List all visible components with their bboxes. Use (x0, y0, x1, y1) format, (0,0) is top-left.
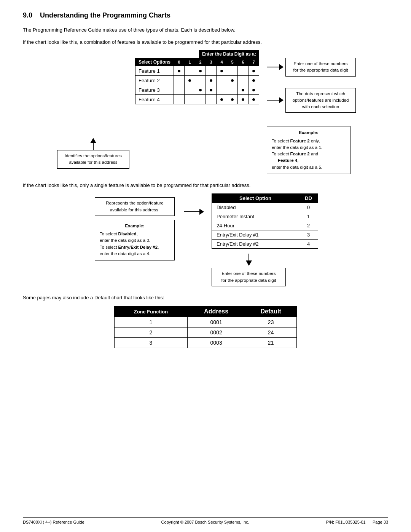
table-row: Feature 2 ● ● ● ● (135, 76, 259, 85)
combo-chart-section: Identifies the options/featuresavailable… (42, 50, 369, 174)
combo-intro-paragraph: If the chart looks like this, a combinat… (23, 38, 388, 46)
footer: DS7400Xi ( 4+) Reference Guide Copyright… (23, 517, 388, 524)
single-header-dd: DD (299, 194, 318, 203)
single-right: Select Option DD Disabled 0 Perimeter In… (212, 193, 318, 286)
dot-cell (238, 76, 249, 85)
dot-cell (174, 95, 185, 104)
ann-enter-numbers: Enter one of these numbersfor the approp… (285, 58, 356, 77)
option-label: Disabled (212, 203, 299, 212)
table-row: Feature 1 ● ● ● ● (135, 66, 259, 76)
digit-col-6: 6 (238, 58, 249, 66)
down-arrow-icon (246, 260, 252, 266)
dd-value: 4 (299, 240, 318, 249)
arrow-connector (184, 209, 204, 215)
address-value: 0002 (187, 328, 245, 338)
combo-table: Select Options 0 1 2 3 4 5 6 7 (135, 58, 259, 104)
dd-value: 3 (299, 230, 318, 240)
table-row: 3 0003 21 (115, 338, 297, 348)
single-table: Select Option DD Disabled 0 Perimeter In… (212, 193, 318, 249)
digit-col-2: 2 (195, 58, 206, 66)
dot-cell (195, 95, 206, 104)
section-title: Understanding the Programming Charts (40, 11, 170, 19)
dot-cell: ● (249, 95, 259, 104)
dd-value: 1 (299, 212, 318, 221)
single-header-row: Select Option DD (212, 194, 318, 203)
table-row: Entry/Exit Delay #2 4 (212, 240, 318, 249)
single-example-box: Example: To select Disabled, enter the d… (95, 220, 175, 260)
combo-left: Identifies the options/featuresavailable… (55, 88, 131, 169)
default-value: 21 (245, 338, 297, 348)
dot-cell (195, 76, 206, 85)
single-header-option: Select Option (212, 194, 299, 203)
up-arrow-icon (90, 138, 96, 143)
enter-digit-label: Enter the Data Digit as a: (199, 50, 259, 58)
single-enter-numbers: Enter one of these numbersfor the approp… (212, 268, 286, 286)
dot-cell (174, 85, 185, 95)
zone-value: 2 (115, 328, 188, 338)
dot-cell (206, 66, 217, 76)
option-label: Entry/Exit Delay #2 (212, 240, 299, 249)
zone-value: 3 (115, 338, 188, 348)
footer-left: DS7400Xi ( 4+) Reference Guide (23, 520, 84, 524)
single-left: Represents the option/featureavailable f… (93, 197, 177, 260)
arrow-right-icon (279, 64, 284, 70)
dot-cell: ● (206, 85, 217, 95)
arrow-right-icon-2 (279, 97, 284, 103)
dot-cell (185, 66, 195, 76)
table-row: Entry/Exit Delay #1 3 (212, 230, 318, 240)
digit-col-1: 1 (185, 58, 195, 66)
dot-cell (217, 76, 227, 85)
section-number: 9.0 (23, 11, 32, 19)
default-table: Zone Function Address Default 1 0001 23 … (114, 306, 297, 348)
single-intro-paragraph: If the chart looks like this, only a sin… (23, 182, 388, 189)
dot-cell: ● (206, 76, 217, 85)
dot-cell: ● (185, 76, 195, 85)
single-example-text: To select Disabled, enter the data digit… (100, 231, 170, 257)
dot-cell: ● (195, 85, 206, 95)
combo-header-row: Select Options 0 1 2 3 4 5 6 7 (135, 58, 259, 66)
feature-label: Feature 2 (135, 76, 174, 85)
default-value: 23 (245, 317, 297, 328)
table-row: Perimeter Instant 1 (212, 212, 318, 221)
combo-inner: Identifies the options/featuresavailable… (42, 50, 369, 174)
single-left-annotation: Represents the option/featureavailable f… (95, 197, 175, 216)
table-row: 1 0001 23 (115, 317, 297, 328)
table-row: Feature 4 ● ● ● ● (135, 95, 259, 104)
section-heading: 9.0 Understanding the Programming Charts (23, 11, 388, 19)
dot-cell: ● (227, 95, 238, 104)
footer-right: P/N: F01U035325-01 Page 33 (326, 520, 388, 524)
dot-cell: ● (249, 66, 259, 76)
digit-col-4: 4 (217, 58, 227, 66)
address-value: 0001 (187, 317, 245, 328)
dot-cell (174, 76, 185, 85)
dot-cell (227, 85, 238, 95)
dot-cell: ● (174, 66, 185, 76)
table-row: 24-Hour 2 (212, 221, 318, 230)
intro-paragraph: The Programming Reference Guide makes us… (23, 26, 388, 34)
ann-enter-numbers-row: Enter one of these numbersfor the approp… (267, 58, 356, 77)
example-box: Example: To select Feature 2 only, enter… (267, 126, 350, 174)
dd-value: 0 (299, 203, 318, 212)
example-text: To select Feature 2 only, enter the data… (272, 138, 346, 171)
table-row: Feature 3 ● ● ● ● (135, 85, 259, 95)
dot-cell (185, 95, 195, 104)
digit-col-0: 0 (174, 58, 185, 66)
dot-cell (227, 66, 238, 76)
single-bottom-annotation: Enter one of these numbersfor the approp… (212, 251, 286, 286)
option-label: Entry/Exit Delay #1 (212, 230, 299, 240)
page: 9.0 Understanding the Programming Charts… (0, 0, 411, 532)
dot-cell (217, 85, 227, 95)
single-chart-section: Represents the option/featureavailable f… (42, 193, 369, 286)
dot-cell: ● (227, 76, 238, 85)
feature-label: Feature 3 (135, 85, 174, 95)
single-example-title: Example: (100, 223, 170, 229)
default-col2-header: Address (187, 306, 245, 317)
combo-center: Enter the Data Digit as a: Select Option… (135, 50, 259, 104)
table-row: 2 0002 24 (115, 328, 297, 338)
dot-cell: ● (217, 95, 227, 104)
main-content: 9.0 Understanding the Programming Charts… (23, 11, 388, 510)
dot-cell (206, 95, 217, 104)
dot-cell (185, 85, 195, 95)
combo-header-options: Select Options (135, 58, 174, 66)
dot-cell: ● (217, 66, 227, 76)
